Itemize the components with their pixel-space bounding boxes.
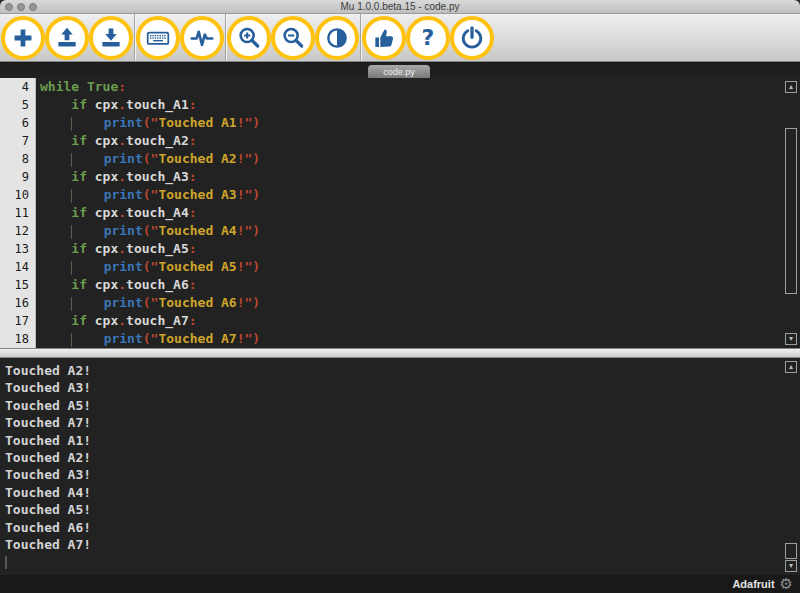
- token-punc: .: [118, 277, 126, 292]
- token-punc: :: [189, 205, 197, 220]
- token-id: cpx: [87, 169, 118, 184]
- token-fn: print: [104, 259, 143, 274]
- zoom-window-button[interactable]: [29, 3, 37, 11]
- token-punc: .: [118, 205, 126, 220]
- token-punc: :: [118, 79, 126, 94]
- console-scroll-up-button[interactable]: ▴: [785, 361, 797, 373]
- download-icon: [98, 25, 124, 51]
- magnifier-minus-icon: [280, 25, 306, 51]
- token-kw: if: [71, 277, 87, 292]
- token-kw: if: [71, 133, 87, 148]
- token-str: Touched A5: [158, 259, 236, 274]
- editor-scroll-down-button[interactable]: ▾: [785, 333, 797, 345]
- token-punc: !"): [237, 295, 260, 310]
- toolbar-quit-button[interactable]: [450, 16, 494, 60]
- token-id: [40, 313, 71, 328]
- console-line: Touched A7!: [5, 414, 784, 431]
- plus-icon: [10, 25, 36, 51]
- toolbar-group-1: [0, 14, 135, 61]
- token-punc: :: [189, 241, 197, 256]
- serial-console[interactable]: Touched A2!Touched A3!Touched A5!Touched…: [0, 358, 800, 575]
- console-line: Touched A1!: [5, 432, 784, 449]
- editor-scrollbar-thumb[interactable]: [785, 128, 797, 294]
- mode-label: Adafruit: [732, 578, 774, 590]
- minimize-window-button[interactable]: [17, 3, 25, 11]
- toolbar-zoom-in-button[interactable]: [227, 16, 271, 60]
- toolbar-zoom-out-button[interactable]: [271, 16, 315, 60]
- token-punc: :: [189, 97, 197, 112]
- token-id: [40, 295, 71, 310]
- question-icon: ?: [422, 27, 435, 49]
- token-id: [40, 331, 71, 346]
- toolbar-new-button[interactable]: [1, 16, 45, 60]
- token-id: cpx: [87, 277, 118, 292]
- console-scrollbar[interactable]: ▴ ▾: [784, 358, 798, 575]
- tab-code-py[interactable]: code.py: [368, 65, 430, 79]
- line-number: 11: [0, 204, 29, 222]
- editor-scrollbar[interactable]: ▴ ▾: [784, 78, 798, 348]
- token-id: [72, 151, 103, 166]
- token-punc: !"): [237, 259, 260, 274]
- console-scroll-down-button[interactable]: ▾: [785, 560, 797, 572]
- token-id: [40, 133, 71, 148]
- token-fn: print: [104, 115, 143, 130]
- token-id: [40, 259, 71, 274]
- token-kw: if: [71, 313, 87, 328]
- titlebar[interactable]: Mu 1.0.0.beta.15 - code.py: [0, 0, 800, 14]
- code-line: print("Touched A2!"): [40, 150, 800, 168]
- token-id: touch_A6: [126, 277, 189, 292]
- toolbar-theme-button[interactable]: [315, 16, 359, 60]
- console-output: Touched A2!Touched A3!Touched A5!Touched…: [5, 362, 784, 571]
- toolbar-check-button[interactable]: [362, 16, 406, 60]
- token-punc: .: [118, 241, 126, 256]
- console-scrollbar-thumb[interactable]: [785, 543, 797, 559]
- pulse-icon: [189, 25, 215, 51]
- pane-splitter[interactable]: [0, 348, 800, 358]
- token-punc: (": [143, 295, 159, 310]
- token-id: cpx: [87, 241, 118, 256]
- line-number: 16: [0, 294, 29, 312]
- token-id: touch_A3: [126, 169, 189, 184]
- console-line: Touched A3!: [5, 466, 784, 483]
- token-punc: .: [118, 97, 126, 112]
- editor-scroll-up-button[interactable]: ▴: [785, 81, 797, 93]
- token-str: Touched A7: [158, 331, 236, 346]
- toolbar-help-button[interactable]: ?: [406, 16, 450, 60]
- token-punc: :: [189, 277, 197, 292]
- toolbar-plotter-button[interactable]: [180, 16, 224, 60]
- token-kw: True: [87, 79, 118, 94]
- code-area[interactable]: while True: if cpx.touch_A1: print("Touc…: [36, 78, 800, 348]
- toolbar-serial-button[interactable]: [136, 16, 180, 60]
- token-punc: !"): [237, 223, 260, 238]
- token-kw: while: [40, 79, 79, 94]
- token-fn: print: [104, 331, 143, 346]
- token-id: touch_A1: [126, 97, 189, 112]
- console-line: Touched A4!: [5, 484, 784, 501]
- token-id: touch_A2: [126, 133, 189, 148]
- console-line: Touched A6!: [5, 519, 784, 536]
- code-line: print("Touched A1!"): [40, 114, 800, 132]
- token-fn: print: [104, 187, 143, 202]
- tab-bar: code.py: [0, 62, 800, 78]
- token-id: cpx: [87, 205, 118, 220]
- thumbs-up-icon: [371, 25, 397, 51]
- gear-icon[interactable]: ⚙: [780, 577, 793, 592]
- token-id: [72, 223, 103, 238]
- token-punc: :: [189, 133, 197, 148]
- token-id: [72, 187, 103, 202]
- token-punc: .: [118, 169, 126, 184]
- toolbar-load-button[interactable]: [45, 16, 89, 60]
- code-line: print("Touched A6!"): [40, 294, 800, 312]
- token-id: [72, 331, 103, 346]
- line-number: 6: [0, 114, 29, 132]
- code-editor[interactable]: 456789101112131415161718 while True: if …: [0, 78, 800, 348]
- line-number: 18: [0, 330, 29, 348]
- token-punc: .: [118, 133, 126, 148]
- token-id: [72, 115, 103, 130]
- close-window-button[interactable]: [5, 3, 13, 11]
- token-id: touch_A7: [126, 313, 189, 328]
- toolbar-save-button[interactable]: [89, 16, 133, 60]
- text-cursor: [5, 556, 7, 569]
- code-line: if cpx.touch_A3:: [40, 168, 800, 186]
- magnifier-plus-icon: [236, 25, 262, 51]
